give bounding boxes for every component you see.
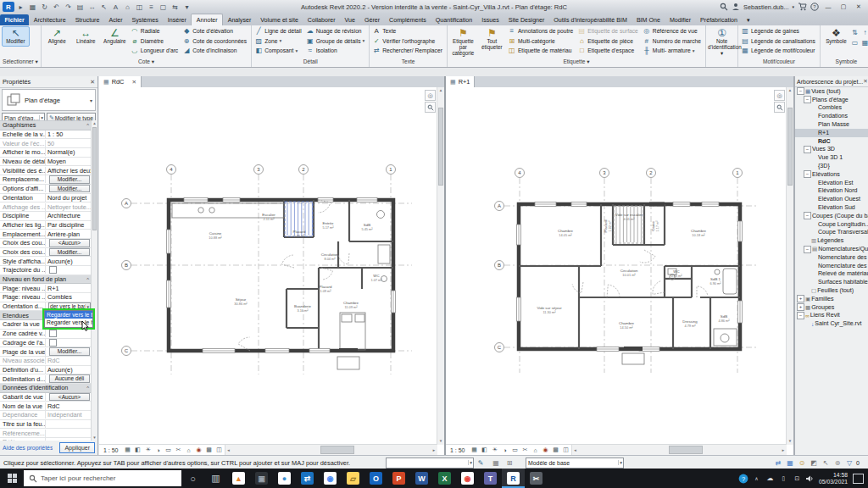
- scrollbar-thumb[interactable]: [787, 108, 793, 186]
- verifier-l-orthographe-button[interactable]: ✓Vérifier l'orthographe: [371, 36, 445, 47]
- tree-item-nomenclature-des-fen[interactable]: Nomenclature des fen...: [795, 253, 868, 262]
- legende-de-motif-couleur-button[interactable]: ▦Légende de motif/couleur: [740, 46, 818, 56]
- tab-overflow-icon[interactable]: ▾: [742, 14, 754, 25]
- visual-style-icon[interactable]: ▦: [470, 446, 480, 454]
- worksets-icon[interactable]: ▦: [490, 459, 502, 467]
- longueur-d-arc-button[interactable]: ◡Longueur d'arc: [130, 46, 181, 56]
- scrollbar-thumb[interactable]: [92, 127, 97, 230]
- texte-button[interactable]: ATexte: [371, 26, 445, 36]
- isolation-button[interactable]: ≈Isolation: [305, 46, 368, 56]
- sun-path-icon[interactable]: ☀: [490, 446, 500, 454]
- drawing-canvas[interactable]: 4321ABCCuisine10.88 m²Escalier2.11 m²Pla…: [99, 87, 437, 445]
- zone-button[interactable]: ▨Zone▾: [253, 36, 304, 47]
- tab-gerer[interactable]: Gérer: [359, 14, 384, 25]
- help-icon[interactable]: ?: [738, 474, 748, 484]
- steering-wheel-icon[interactable]: ◎: [425, 90, 436, 101]
- temporary-hide-icon[interactable]: ⌂: [184, 446, 194, 454]
- area-boundary-button[interactable]: ▭: [851, 38, 860, 48]
- tree-expand-icon[interactable]: −: [804, 246, 811, 253]
- chrome-icon[interactable]: ◉: [319, 469, 342, 488]
- tree-item-groupes[interactable]: +▩Groupes: [795, 303, 868, 312]
- scroll-up-icon[interactable]: ▲: [787, 87, 793, 94]
- minimize-button[interactable]: —: [822, 2, 834, 12]
- excel-icon[interactable]: X: [433, 469, 456, 488]
- modifier-button[interactable]: Modifier...: [49, 185, 90, 193]
- note-d-identification-button[interactable]: ①Note d'identification ▾: [708, 26, 736, 58]
- apply-button[interactable]: Appliquer: [59, 442, 95, 453]
- zoom-icon[interactable]: [425, 102, 436, 113]
- detail-level-icon[interactable]: ◧: [133, 446, 143, 454]
- scroll-down-icon[interactable]: ▼: [787, 438, 793, 445]
- tree-item-vues-tout[interactable]: −▦Vues (tout): [795, 87, 868, 96]
- tab-modifier[interactable]: Modifier: [665, 14, 695, 25]
- tab-prefabrication[interactable]: Préfabrication: [696, 14, 743, 25]
- horizontal-scrollbar[interactable]: ◄►: [225, 445, 437, 455]
- thin-lines-icon[interactable]: ≡: [146, 2, 157, 12]
- tab-issues[interactable]: Issues: [477, 14, 504, 25]
- cote-d-elevation-button[interactable]: ◆Cote d'élévation: [181, 26, 249, 36]
- properties-scrollbar[interactable]: ▲ ▼: [91, 120, 97, 441]
- tree-item-elevations[interactable]: −Elévations: [795, 170, 868, 179]
- cote-d-inclinaison-button[interactable]: ◢Cote d'inclinaison: [181, 46, 249, 56]
- etiquette-par-categorie-button[interactable]: ⚑Etiquette par catégorie: [449, 26, 477, 58]
- tree-item-elevation-nord[interactable]: Elévation Nord: [795, 187, 868, 196]
- multi-armature-button[interactable]: ╫Multi- armature▾: [642, 46, 704, 56]
- scroll-down-icon[interactable]: ▼: [92, 435, 97, 441]
- close-button[interactable]: ✕: [853, 2, 865, 12]
- drag-on-selection-toggle[interactable]: ↖: [820, 459, 832, 467]
- file-explorer-icon[interactable]: ▱: [342, 469, 364, 488]
- photos-icon[interactable]: ▣: [250, 469, 273, 488]
- restore-button[interactable]: ▢: [837, 2, 849, 12]
- modifier-button[interactable]: Modifier...: [49, 347, 90, 356]
- property-section-graphismes[interactable]: Graphismes^: [0, 121, 92, 130]
- background-processes-icon[interactable]: ⊛: [832, 459, 843, 467]
- shadows-icon[interactable]: ◑: [500, 446, 510, 454]
- battery-icon[interactable]: ▯: [778, 475, 789, 482]
- tree-item-rdc[interactable]: RdC: [795, 137, 868, 146]
- alignee-button[interactable]: ↗Alignée: [43, 26, 71, 47]
- view-tab-r-1[interactable]: ▦R+1: [446, 76, 475, 87]
- tab-volume-et-site[interactable]: Volume et site: [256, 14, 303, 25]
- tree-item-coupe-transversal[interactable]: Coupe Transversal...: [795, 229, 868, 237]
- project-browser-close-icon[interactable]: ✕: [863, 78, 867, 85]
- property-value[interactable]: Aucun(e): [46, 257, 92, 265]
- tree-expand-icon[interactable]: +: [797, 303, 804, 311]
- scrollbar-thumb[interactable]: [669, 446, 703, 454]
- select-underlay-toggle[interactable]: ▦: [784, 459, 796, 467]
- taskbar-clock[interactable]: 14:58 05/03/2021: [816, 472, 850, 485]
- tree-expand-icon[interactable]: −: [804, 170, 811, 178]
- property-value[interactable]: Modifier...: [46, 185, 92, 193]
- property-value[interactable]: <Aucun>: [46, 239, 92, 247]
- measure-icon[interactable]: ↔: [86, 2, 97, 12]
- property-value[interactable]: Normal(e): [46, 148, 92, 157]
- tree-expand-icon[interactable]: −: [804, 96, 811, 103]
- property-value[interactable]: Modifier...: [46, 175, 92, 184]
- close-hidden-windows-icon[interactable]: ▢: [158, 2, 169, 12]
- rechercher-remplacer-button[interactable]: ⇄Rechercher/ Remplacer: [371, 46, 445, 56]
- task-view-icon[interactable]: ▥: [204, 469, 227, 488]
- scroll-down-icon[interactable]: ▼: [437, 438, 444, 445]
- revit-icon[interactable]: R: [502, 469, 525, 488]
- modifier-button[interactable]: Modifier...: [49, 248, 90, 257]
- crop-view-icon[interactable]: ▭: [510, 446, 520, 454]
- scroll-left-icon[interactable]: ◄: [225, 445, 232, 455]
- worksharing-display-icon[interactable]: ▩: [204, 446, 214, 454]
- tree-item-plan-masse[interactable]: Plan Masse: [795, 120, 868, 129]
- property-value[interactable]: [46, 429, 92, 437]
- property-value[interactable]: Aucune déli: [46, 374, 92, 383]
- temporary-view-properties-icon[interactable]: ◫: [214, 446, 225, 454]
- onedrive-cloud-icon[interactable]: ☁: [765, 474, 776, 482]
- property-value[interactable]: Afficher les deux: [46, 166, 92, 175]
- tree-item-plans-d-etage[interactable]: −Plans d'étage: [795, 96, 868, 104]
- cote-de-coordonnees-button[interactable]: ⊕Cote de coordonnées: [181, 36, 249, 47]
- span-direction-button[interactable]: ⇅: [851, 28, 860, 38]
- composant-button[interactable]: ◧Composant▾: [253, 46, 304, 56]
- sun-path-icon[interactable]: ☀: [143, 446, 153, 454]
- property-value[interactable]: Indépendant: [46, 411, 92, 419]
- save-icon[interactable]: ▦: [27, 2, 38, 12]
- tab-structure[interactable]: Structure: [70, 14, 104, 25]
- teamviewer-icon[interactable]: ⇄: [296, 469, 319, 488]
- tab-annoter[interactable]: Annoter: [191, 14, 223, 25]
- cart-icon[interactable]: [798, 3, 807, 11]
- property-value[interactable]: RdC: [46, 402, 92, 410]
